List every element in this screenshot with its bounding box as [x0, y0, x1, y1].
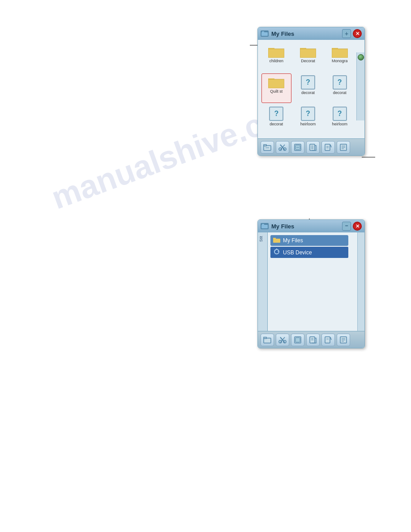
tree-panel: My Files USB Device: [268, 232, 357, 331]
top-window: My Files + ✕ children: [257, 27, 365, 156]
folder-icon: [268, 45, 284, 58]
svg-line-60: [330, 337, 331, 340]
file-label: decorat: [301, 90, 315, 95]
svg-rect-39: [261, 225, 268, 228]
svg-rect-58: [325, 337, 330, 343]
tree-item-label: My Files: [283, 237, 303, 244]
unknown-icon: ?: [333, 107, 347, 121]
file-label: heirloom: [332, 122, 347, 126]
file-item-children[interactable]: children: [261, 43, 291, 72]
close-button[interactable]: ✕: [353, 222, 362, 231]
top-window-toolbar: [258, 138, 364, 155]
bottom-window-title: My Files: [271, 223, 342, 230]
toolbar-btn-6[interactable]: [337, 141, 350, 154]
minimize-button[interactable]: −: [342, 222, 351, 231]
svg-rect-42: [273, 238, 276, 239]
file-grid: children Decorat: [258, 40, 364, 138]
top-window-titlebar: My Files + ✕: [258, 27, 364, 40]
bottom-window: My Files − ✕ Stit My Files: [257, 219, 365, 348]
title-icon: [261, 223, 269, 229]
file-label: Quilt st: [270, 89, 283, 94]
folder-icon: [300, 45, 316, 58]
left-panel-label: Stit: [259, 236, 263, 242]
svg-line-34: [330, 145, 331, 147]
svg-rect-48: [264, 337, 266, 339]
file-label: heirloom: [300, 122, 316, 126]
bottom-scrollbar[interactable]: [357, 232, 364, 331]
toolbar-btn-3[interactable]: [291, 334, 304, 346]
tree-item-my-files[interactable]: My Files: [270, 235, 348, 246]
file-item-decorat2[interactable]: ? decorat: [293, 73, 323, 103]
file-label: Decorat: [301, 59, 315, 63]
file-item-monogra[interactable]: Monogra: [325, 43, 355, 72]
file-label: children: [270, 59, 284, 63]
toolbar-btn-4[interactable]: [306, 141, 320, 154]
svg-rect-31: [325, 144, 330, 150]
file-label: decorat: [333, 90, 347, 95]
add-button[interactable]: +: [342, 29, 351, 38]
unknown-icon: ?: [301, 107, 315, 121]
unknown-icon: ?: [301, 75, 315, 90]
svg-rect-54: [295, 338, 300, 342]
usb-icon: [273, 249, 280, 256]
toolbar-btn-4[interactable]: [306, 334, 320, 346]
file-item-heirloom1[interactable]: ? heirloom: [293, 105, 323, 135]
unknown-icon: ?: [333, 75, 347, 90]
scrollbar[interactable]: [356, 52, 364, 120]
close-button[interactable]: ✕: [353, 29, 362, 38]
toolbar-btn-6[interactable]: [337, 334, 350, 346]
left-panel: Stit: [258, 232, 268, 331]
toolbar-btn-1[interactable]: [261, 141, 274, 154]
svg-rect-18: [264, 145, 266, 146]
toolbar-btn-2[interactable]: [276, 334, 289, 346]
tree-item-label: USB Device: [283, 249, 312, 256]
toolbar-btn-5[interactable]: [321, 334, 335, 346]
file-label: Monogra: [332, 59, 348, 63]
svg-rect-3: [261, 32, 268, 36]
folder-icon: [332, 45, 348, 58]
svg-rect-41: [273, 239, 280, 243]
folder-icon: [268, 76, 284, 88]
bottom-window-titlebar: My Files − ✕: [258, 220, 364, 232]
bottom-window-toolbar: [258, 331, 364, 348]
folder-icon: [273, 237, 280, 244]
svg-rect-4: [262, 31, 264, 33]
file-item-quilt[interactable]: Quilt st: [261, 73, 291, 103]
svg-rect-40: [262, 224, 264, 225]
file-item-decorat4[interactable]: ? decorat: [261, 105, 291, 135]
file-item-decorat3[interactable]: ? decorat: [325, 73, 355, 103]
file-label: decorat: [270, 122, 283, 126]
file-item-decorat1[interactable]: Decorat: [293, 43, 323, 72]
file-item-heirloom2[interactable]: ? heirloom: [325, 105, 355, 135]
title-icon: [261, 30, 269, 37]
top-window-title: My Files: [271, 30, 342, 37]
unknown-icon: ?: [269, 107, 283, 121]
toolbar-btn-1[interactable]: [261, 334, 274, 346]
toolbar-btn-5[interactable]: [321, 141, 335, 154]
toolbar-btn-2[interactable]: [276, 141, 289, 154]
scroll-thumb[interactable]: [358, 54, 364, 60]
tree-item-usb-device[interactable]: USB Device: [270, 247, 348, 258]
toolbar-btn-3[interactable]: [291, 141, 304, 154]
